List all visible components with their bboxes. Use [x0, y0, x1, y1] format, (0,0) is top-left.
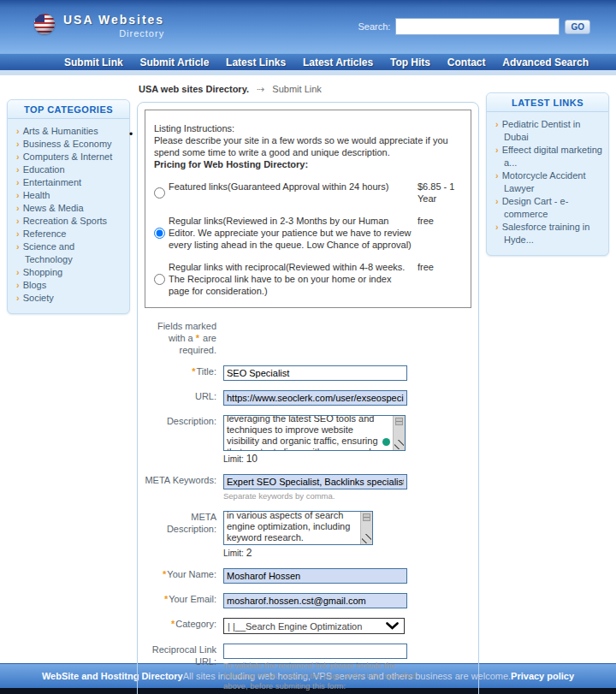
- title-label: *Title:: [145, 365, 223, 381]
- nav-item[interactable]: Contact: [447, 56, 486, 68]
- pricing-option-price: free: [414, 261, 462, 297]
- reciprocal-hint: To validate the reciprocal link please i…: [223, 661, 420, 691]
- pricing-option-label: Regular links(Reviewed in 2-3 Months by …: [169, 215, 412, 251]
- chevron-down-icon: [386, 622, 399, 630]
- resize-grip-icon[interactable]: [394, 440, 404, 449]
- top-categories-title: TOP CATEGORIES: [8, 100, 129, 119]
- pricing-option-label: Featured links(Guaranteed Approval withi…: [169, 181, 412, 205]
- category-link[interactable]: Science and Technology: [16, 240, 124, 266]
- header: USA Websites Directory Search: GO: [0, 0, 616, 53]
- category-link[interactable]: Recreation & Sports: [16, 215, 124, 228]
- category-link[interactable]: Blogs: [16, 279, 124, 292]
- nav-item[interactable]: Latest Links: [226, 56, 286, 68]
- latest-link[interactable]: Salesforce training in Hyde...: [495, 221, 603, 246]
- site-name: USA Websites: [63, 14, 164, 26]
- your-email-input[interactable]: [223, 593, 407, 608]
- category-link[interactable]: News & Media: [16, 202, 124, 215]
- nav-item[interactable]: Advanced Search: [502, 56, 589, 68]
- nav-item[interactable]: Submit Article: [139, 56, 209, 68]
- site-tagline: Directory: [63, 27, 164, 39]
- latest-link[interactable]: Pediatric Dentist in Dubai: [495, 118, 603, 144]
- pricing-option-label: Regular links with reciprocal(Reviewed w…: [169, 261, 412, 297]
- your-email-label: *Your Email:: [145, 593, 223, 608]
- title-input[interactable]: [223, 365, 407, 381]
- latest-link[interactable]: Motorcycle Accident Lawyer: [495, 169, 603, 195]
- listing-instructions: Listing Instructions: Please describe yo…: [145, 110, 471, 308]
- meta-description-limit: Limit: 2: [223, 547, 471, 559]
- nav-item[interactable]: Top Hits: [390, 56, 430, 68]
- usa-flag-icon: [34, 14, 55, 34]
- meta-keywords-hint: Separate keywords by comma.: [223, 491, 471, 501]
- meta-description-textarea[interactable]: in various aspects of search engine opti…: [223, 511, 373, 545]
- submit-form-panel: Listing Instructions: Please describe yo…: [137, 102, 479, 694]
- pricing-option-price: $6.85 - 1 Year: [414, 181, 462, 205]
- category-link[interactable]: Shopping: [16, 266, 124, 279]
- content: • TOP CATEGORIES Arts & HumanitiesBusine…: [0, 75, 616, 663]
- category-link[interactable]: Entertainment: [16, 176, 124, 189]
- your-name-input[interactable]: [223, 568, 407, 584]
- description-limit: Limit: 10: [223, 453, 471, 465]
- sidebar-categories: TOP CATEGORIES Arts & HumanitiesBusiness…: [7, 99, 130, 663]
- breadcrumb-current: Submit Link: [272, 84, 321, 94]
- required-fields-note: Fields marked with a * are required.: [145, 320, 223, 356]
- reciprocal-url-label: Reciprocal Link URL:: [145, 644, 223, 694]
- category-link[interactable]: Reference: [16, 228, 124, 240]
- reciprocal-url-input[interactable]: [223, 644, 407, 659]
- pricing-option: Featured links(Guaranteed Approval withi…: [154, 181, 462, 205]
- category-link[interactable]: Business & Economy: [16, 138, 124, 151]
- pricing-option: Regular links(Reviewed in 2-3 Months by …: [154, 215, 462, 251]
- category-link[interactable]: Computers & Internet: [16, 151, 124, 163]
- grammar-check-icon: [382, 438, 390, 446]
- page: USA Websites Directory Search: GO Submit…: [0, 0, 616, 694]
- resize-grip-icon[interactable]: [362, 534, 371, 543]
- category-select[interactable]: | |__Search Engine Optimization: [223, 618, 405, 634]
- pricing-radio[interactable]: [154, 181, 165, 205]
- pricing-radio[interactable]: [154, 262, 165, 297]
- category-label: *Category:: [145, 618, 223, 634]
- instructions-line2: Please describe your site in a few words…: [154, 134, 462, 158]
- pricing-option: Regular links with reciprocal(Reviewed w…: [154, 261, 462, 297]
- list-bullet: •: [129, 128, 133, 140]
- search-input[interactable]: [395, 18, 560, 35]
- description-label: Description:: [145, 415, 223, 465]
- meta-keywords-input[interactable]: [223, 474, 407, 489]
- nav-item[interactable]: Latest Articles: [303, 56, 373, 68]
- category-link[interactable]: Education: [16, 163, 124, 176]
- latest-link[interactable]: Design Cart - e-commerce: [495, 195, 603, 221]
- breadcrumb-arrow-icon: ⇢: [257, 84, 264, 94]
- url-input[interactable]: [223, 390, 407, 406]
- site-logo[interactable]: USA Websites Directory: [34, 14, 164, 39]
- main-column: USA web sites Directory. ⇢ Submit Link L…: [137, 75, 479, 663]
- meta-keywords-label: META Keywords:: [145, 474, 223, 501]
- meta-description-label: META Description:: [145, 511, 223, 559]
- url-label: URL:: [145, 390, 223, 406]
- pricing-radio[interactable]: [154, 216, 165, 251]
- nav-item[interactable]: Submit Link: [64, 56, 123, 68]
- sidebar-latest-links: LATEST LINKS Pediatric Dentist in DubaiE…: [486, 92, 609, 663]
- latest-links-title: LATEST LINKS: [487, 93, 608, 112]
- pricing-heading: Pricing for Web Hosting Directory:: [154, 158, 462, 170]
- breadcrumb: USA web sites Directory. ⇢ Submit Link: [139, 84, 479, 95]
- privacy-policy-link[interactable]: Privacy policy: [511, 671, 574, 681]
- category-link[interactable]: Health: [16, 189, 124, 202]
- main-nav: Submit LinkSubmit ArticleLatest LinksLat…: [0, 53, 616, 70]
- pricing-option-price: free: [414, 215, 462, 251]
- your-name-label: *Your Name:: [145, 568, 223, 584]
- instructions-line1: Listing Instructions:: [154, 122, 462, 134]
- category-link[interactable]: Society: [16, 292, 124, 305]
- category-link[interactable]: Arts & Humanities: [16, 125, 124, 138]
- latest-link[interactable]: Effeect digital marketing a...: [495, 144, 603, 169]
- search-go-button[interactable]: GO: [565, 20, 590, 34]
- description-textarea[interactable]: leveraging the latest SEO tools and tech…: [223, 415, 406, 451]
- search-label: Search:: [358, 21, 391, 32]
- breadcrumb-root[interactable]: USA web sites Directory.: [139, 84, 249, 94]
